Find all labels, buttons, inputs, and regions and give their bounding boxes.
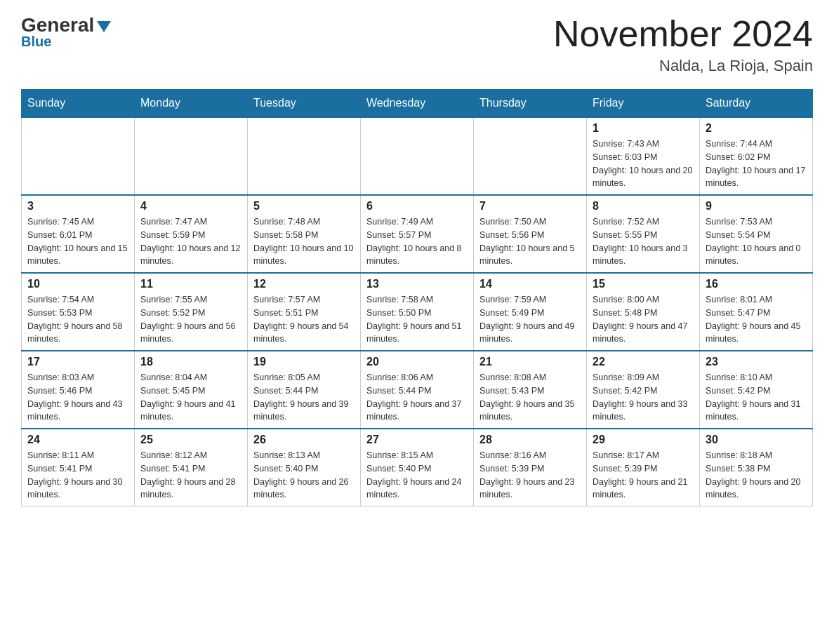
calendar-week-row: 17Sunrise: 8:03 AMSunset: 5:46 PMDayligh… xyxy=(22,351,813,429)
calendar-cell: 15Sunrise: 8:00 AMSunset: 5:48 PMDayligh… xyxy=(587,273,700,351)
header-tuesday: Tuesday xyxy=(248,90,361,118)
day-info: Sunrise: 7:50 AMSunset: 5:56 PMDaylight:… xyxy=(479,215,581,268)
header-sunday: Sunday xyxy=(22,90,135,118)
calendar-week-row: 24Sunrise: 8:11 AMSunset: 5:41 PMDayligh… xyxy=(22,429,813,507)
day-info: Sunrise: 7:44 AMSunset: 6:02 PMDaylight:… xyxy=(706,137,807,190)
day-number: 14 xyxy=(479,278,581,290)
calendar-cell: 23Sunrise: 8:10 AMSunset: 5:42 PMDayligh… xyxy=(700,351,813,429)
header: General Blue November 2024 Nalda, La Rio… xyxy=(21,14,813,75)
day-number: 9 xyxy=(706,200,807,213)
day-number: 10 xyxy=(27,278,128,290)
day-info: Sunrise: 7:54 AMSunset: 5:53 PMDaylight:… xyxy=(27,293,128,346)
day-info: Sunrise: 8:04 AMSunset: 5:45 PMDaylight:… xyxy=(140,371,241,424)
day-number: 11 xyxy=(140,278,241,290)
day-number: 1 xyxy=(593,122,694,135)
title-area: November 2024 Nalda, La Rioja, Spain xyxy=(553,14,813,75)
calendar-cell xyxy=(248,117,361,195)
day-number: 26 xyxy=(253,434,355,446)
calendar-subtitle: Nalda, La Rioja, Spain xyxy=(553,57,813,75)
day-number: 16 xyxy=(706,278,807,290)
day-info: Sunrise: 8:16 AMSunset: 5:39 PMDaylight:… xyxy=(479,449,581,502)
day-info: Sunrise: 8:15 AMSunset: 5:40 PMDaylight:… xyxy=(366,449,468,502)
day-number: 8 xyxy=(593,200,694,213)
day-number: 15 xyxy=(593,278,694,290)
day-number: 24 xyxy=(27,434,128,446)
calendar-cell: 9Sunrise: 7:53 AMSunset: 5:54 PMDaylight… xyxy=(700,195,813,273)
calendar-cell: 6Sunrise: 7:49 AMSunset: 5:57 PMDaylight… xyxy=(361,195,474,273)
day-info: Sunrise: 7:58 AMSunset: 5:50 PMDaylight:… xyxy=(366,293,468,346)
calendar-cell: 25Sunrise: 8:12 AMSunset: 5:41 PMDayligh… xyxy=(135,429,248,507)
day-info: Sunrise: 8:03 AMSunset: 5:46 PMDaylight:… xyxy=(27,371,128,424)
day-number: 28 xyxy=(479,434,581,446)
day-number: 21 xyxy=(479,356,581,368)
day-info: Sunrise: 8:05 AMSunset: 5:44 PMDaylight:… xyxy=(253,371,355,424)
calendar-cell: 27Sunrise: 8:15 AMSunset: 5:40 PMDayligh… xyxy=(361,429,474,507)
day-number: 2 xyxy=(706,122,807,135)
calendar-cell: 12Sunrise: 7:57 AMSunset: 5:51 PMDayligh… xyxy=(248,273,361,351)
calendar-cell xyxy=(361,117,474,195)
day-info: Sunrise: 7:53 AMSunset: 5:54 PMDaylight:… xyxy=(706,215,807,268)
calendar-cell: 8Sunrise: 7:52 AMSunset: 5:55 PMDaylight… xyxy=(587,195,700,273)
logo-blue-text: Blue xyxy=(21,34,51,50)
day-number: 5 xyxy=(253,200,355,213)
calendar-cell: 5Sunrise: 7:48 AMSunset: 5:58 PMDaylight… xyxy=(248,195,361,273)
day-info: Sunrise: 8:18 AMSunset: 5:38 PMDaylight:… xyxy=(706,449,807,502)
calendar-cell: 21Sunrise: 8:08 AMSunset: 5:43 PMDayligh… xyxy=(474,351,587,429)
header-wednesday: Wednesday xyxy=(361,90,474,118)
day-number: 25 xyxy=(140,434,241,446)
calendar-cell: 16Sunrise: 8:01 AMSunset: 5:47 PMDayligh… xyxy=(700,273,813,351)
day-info: Sunrise: 7:47 AMSunset: 5:59 PMDaylight:… xyxy=(140,215,241,268)
day-number: 3 xyxy=(27,200,128,213)
calendar-header-row: SundayMondayTuesdayWednesdayThursdayFrid… xyxy=(22,90,813,118)
day-number: 18 xyxy=(140,356,241,368)
day-info: Sunrise: 7:55 AMSunset: 5:52 PMDaylight:… xyxy=(140,293,241,346)
calendar-cell: 10Sunrise: 7:54 AMSunset: 5:53 PMDayligh… xyxy=(22,273,135,351)
calendar-cell: 20Sunrise: 8:06 AMSunset: 5:44 PMDayligh… xyxy=(361,351,474,429)
day-info: Sunrise: 8:17 AMSunset: 5:39 PMDaylight:… xyxy=(593,449,694,502)
calendar-cell: 1Sunrise: 7:43 AMSunset: 6:03 PMDaylight… xyxy=(587,117,700,195)
day-number: 27 xyxy=(366,434,468,446)
calendar-cell: 4Sunrise: 7:47 AMSunset: 5:59 PMDaylight… xyxy=(135,195,248,273)
calendar-cell: 28Sunrise: 8:16 AMSunset: 5:39 PMDayligh… xyxy=(474,429,587,507)
day-info: Sunrise: 8:08 AMSunset: 5:43 PMDaylight:… xyxy=(479,371,581,424)
day-number: 17 xyxy=(27,356,128,368)
calendar-cell: 11Sunrise: 7:55 AMSunset: 5:52 PMDayligh… xyxy=(135,273,248,351)
calendar-cell: 19Sunrise: 8:05 AMSunset: 5:44 PMDayligh… xyxy=(248,351,361,429)
calendar-cell: 13Sunrise: 7:58 AMSunset: 5:50 PMDayligh… xyxy=(361,273,474,351)
calendar-cell: 22Sunrise: 8:09 AMSunset: 5:42 PMDayligh… xyxy=(587,351,700,429)
day-number: 13 xyxy=(366,278,468,290)
day-info: Sunrise: 7:45 AMSunset: 6:01 PMDaylight:… xyxy=(27,215,128,268)
day-info: Sunrise: 8:01 AMSunset: 5:47 PMDaylight:… xyxy=(706,293,807,346)
day-number: 23 xyxy=(706,356,807,368)
calendar-cell: 18Sunrise: 8:04 AMSunset: 5:45 PMDayligh… xyxy=(135,351,248,429)
calendar-week-row: 1Sunrise: 7:43 AMSunset: 6:03 PMDaylight… xyxy=(22,117,813,195)
day-info: Sunrise: 8:12 AMSunset: 5:41 PMDaylight:… xyxy=(140,449,241,502)
calendar-cell: 26Sunrise: 8:13 AMSunset: 5:40 PMDayligh… xyxy=(248,429,361,507)
day-info: Sunrise: 7:52 AMSunset: 5:55 PMDaylight:… xyxy=(593,215,694,268)
calendar-table: SundayMondayTuesdayWednesdayThursdayFrid… xyxy=(21,89,813,507)
day-number: 29 xyxy=(593,434,694,446)
day-number: 19 xyxy=(253,356,355,368)
calendar-cell: 29Sunrise: 8:17 AMSunset: 5:39 PMDayligh… xyxy=(587,429,700,507)
calendar-cell: 14Sunrise: 7:59 AMSunset: 5:49 PMDayligh… xyxy=(474,273,587,351)
calendar-cell: 7Sunrise: 7:50 AMSunset: 5:56 PMDaylight… xyxy=(474,195,587,273)
calendar-week-row: 3Sunrise: 7:45 AMSunset: 6:01 PMDaylight… xyxy=(22,195,813,273)
day-number: 6 xyxy=(366,200,468,213)
day-info: Sunrise: 8:09 AMSunset: 5:42 PMDaylight:… xyxy=(593,371,694,424)
day-info: Sunrise: 7:57 AMSunset: 5:51 PMDaylight:… xyxy=(253,293,355,346)
day-info: Sunrise: 8:00 AMSunset: 5:48 PMDaylight:… xyxy=(593,293,694,346)
day-info: Sunrise: 7:48 AMSunset: 5:58 PMDaylight:… xyxy=(253,215,355,268)
day-info: Sunrise: 7:43 AMSunset: 6:03 PMDaylight:… xyxy=(593,137,694,190)
header-friday: Friday xyxy=(587,90,700,118)
header-thursday: Thursday xyxy=(474,90,587,118)
day-number: 22 xyxy=(593,356,694,368)
calendar-week-row: 10Sunrise: 7:54 AMSunset: 5:53 PMDayligh… xyxy=(22,273,813,351)
calendar-cell xyxy=(474,117,587,195)
calendar-cell xyxy=(135,117,248,195)
day-number: 4 xyxy=(140,200,241,213)
calendar-cell: 2Sunrise: 7:44 AMSunset: 6:02 PMDaylight… xyxy=(700,117,813,195)
day-info: Sunrise: 8:10 AMSunset: 5:42 PMDaylight:… xyxy=(706,371,807,424)
calendar-cell xyxy=(22,117,135,195)
calendar-cell: 24Sunrise: 8:11 AMSunset: 5:41 PMDayligh… xyxy=(22,429,135,507)
day-info: Sunrise: 8:06 AMSunset: 5:44 PMDaylight:… xyxy=(366,371,468,424)
